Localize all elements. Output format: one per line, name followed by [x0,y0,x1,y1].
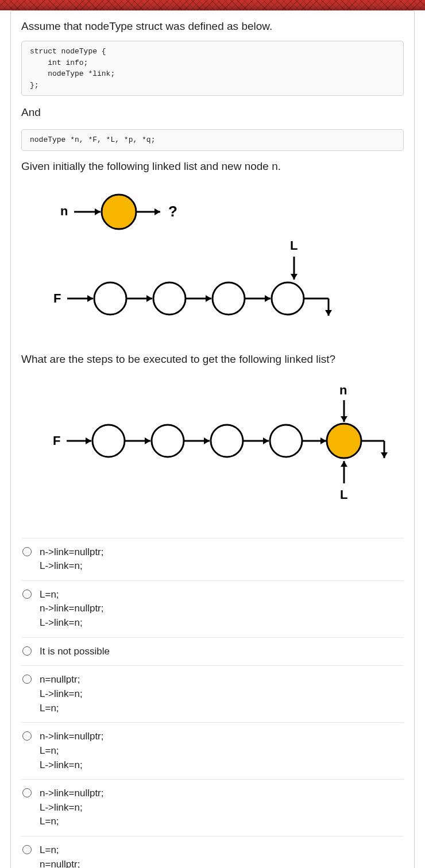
svg-point-35 [270,425,302,457]
svg-point-2 [102,195,136,229]
intro-text: Assume that nodeType struct was defined … [21,20,404,33]
option-6[interactable]: L=n; n=nullptr; L->link=n; [21,836,404,868]
svg-point-15 [212,282,245,315]
radio-icon[interactable] [22,731,32,741]
svg-marker-21 [325,310,332,316]
svg-marker-41 [381,452,388,458]
diagram-initial: n ? L F [27,181,383,342]
svg-point-32 [211,425,243,457]
radio-icon[interactable] [22,788,32,797]
radio-icon[interactable] [22,845,32,854]
option-3[interactable]: n=nullptr; L->link=n; L=n; [21,665,404,722]
radio-icon[interactable] [22,675,32,684]
svg-marker-23 [341,416,347,422]
svg-point-18 [272,282,304,315]
svg-marker-6 [291,274,298,280]
code-block-struct: struct nodeType { int info; nodeType *li… [21,41,404,96]
svg-marker-28 [145,437,150,444]
diagram1-qmark: ? [168,203,177,220]
option-text: n->link=nullptr; L->link=n; L=n; [40,786,104,829]
option-text: n->link=nullptr; L=n; L->link=n; [40,730,104,772]
given-text: Given initially the following linked lis… [21,160,404,173]
svg-marker-34 [263,437,269,444]
diagram1-n-label: n [60,204,68,218]
diagram1-L-label: L [290,238,298,253]
options-list: n->link=nullptr; L->link=n; L=n; n->link… [21,538,404,869]
window-top-bar [0,0,425,10]
svg-marker-25 [86,437,91,444]
diagram2-L-label: L [340,487,347,502]
svg-point-9 [94,282,126,315]
svg-marker-4 [154,208,160,215]
svg-point-26 [92,425,125,457]
svg-marker-17 [265,295,271,302]
svg-point-12 [153,282,186,315]
option-text: n=nullptr; L->link=n; L=n; [40,673,83,715]
svg-marker-37 [320,437,326,444]
svg-point-29 [152,425,184,457]
option-2[interactable]: It is not possible [21,637,404,666]
radio-icon[interactable] [22,547,32,556]
option-text: L=n; n=nullptr; L->link=n; [40,843,83,868]
svg-point-38 [327,424,361,458]
option-5[interactable]: n->link=nullptr; L->link=n; L=n; [21,779,404,836]
radio-icon[interactable] [22,590,32,599]
question-text: What are the steps to be executed to get… [21,353,404,366]
svg-marker-8 [87,295,93,302]
option-1[interactable]: L=n; n->link=nullptr; L->link=n; [21,580,404,637]
option-text: It is not possible [40,645,110,659]
diagram2-F-label: F [53,433,60,448]
svg-marker-1 [95,208,101,215]
and-label: And [21,106,404,119]
diagram2-n-label: n [339,383,347,397]
svg-marker-14 [206,295,211,302]
option-text: n->link=nullptr; L->link=n; [40,545,104,574]
svg-marker-43 [341,461,347,467]
diagram-result: n F L [27,377,406,515]
option-0[interactable]: n->link=nullptr; L->link=n; [21,538,404,580]
code-block-decl: nodeType *n, *F, *L, *p, *q; [21,129,404,151]
option-4[interactable]: n->link=nullptr; L=n; L->link=n; [21,722,404,779]
question-card: Assume that nodeType struct was defined … [10,10,415,868]
radio-icon[interactable] [22,646,32,656]
svg-marker-31 [204,437,210,444]
diagram1-F-label: F [53,291,61,305]
option-text: L=n; n->link=nullptr; L->link=n; [40,588,104,630]
svg-marker-11 [146,295,152,302]
